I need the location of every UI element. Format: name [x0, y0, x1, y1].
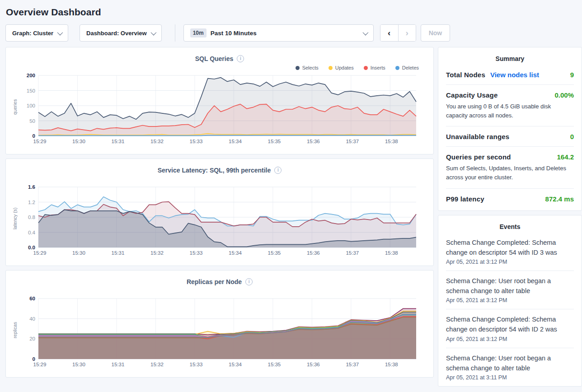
chart-title: Service Latency: SQL, 99th percentile: [158, 167, 271, 174]
legend-item-updates[interactable]: Updates: [329, 65, 354, 70]
time-nav-group: ‹ ›: [380, 24, 416, 42]
time-range-dropdown[interactable]: 10m Past 10 Minutes: [183, 24, 374, 42]
summary-row: Capacity Usage0.00%You are using 0 B of …: [446, 85, 574, 126]
svg-text:15:34: 15:34: [229, 362, 242, 367]
chart-card-replicas-per-node: Replicas per Node i replicas 15:2915:301…: [5, 270, 434, 378]
summary-row: Total NodesView nodes list9: [446, 65, 574, 85]
graph-dropdown[interactable]: Graph: Cluster: [5, 24, 68, 42]
chevron-down-icon: [150, 29, 156, 35]
legend-dot-icon: [329, 66, 333, 70]
summary-row: Unavailable ranges0: [446, 126, 574, 147]
next-time-button[interactable]: ›: [398, 25, 416, 41]
summary-label: Unavailable ranges: [446, 133, 509, 140]
now-button[interactable]: Now: [421, 24, 451, 42]
svg-text:15:36: 15:36: [307, 139, 320, 144]
chevron-down-icon: [362, 29, 368, 35]
svg-text:15:30: 15:30: [72, 139, 85, 144]
replicas-per-node-chart: 15:2915:3015:3115:3215:3315:3415:3515:36…: [19, 296, 420, 371]
svg-text:15:38: 15:38: [385, 139, 398, 144]
prev-time-button[interactable]: ‹: [380, 25, 398, 41]
dashboard-dropdown[interactable]: Dashboard: Overview: [80, 24, 162, 42]
event-message: Schema Change Completed: Schema change o…: [446, 314, 574, 334]
chart-legend-spacer: [10, 174, 429, 185]
legend-label: Selects: [302, 65, 319, 70]
event-timestamp: Apr 05, 2021 at 3:12 PM: [446, 336, 574, 342]
legend-item-inserts[interactable]: Inserts: [364, 65, 385, 70]
svg-text:15:36: 15:36: [307, 250, 320, 256]
svg-text:50: 50: [29, 118, 35, 124]
events-title: Events: [446, 215, 574, 233]
main-content: SQL Queries i SelectsUpdatesInsertsDelet…: [5, 47, 582, 387]
summary-label: Queries per second: [446, 153, 511, 161]
legend-item-deletes[interactable]: Deletes: [395, 65, 419, 70]
svg-text:15:33: 15:33: [190, 250, 203, 256]
summary-panel: Summary Total NodesView nodes list9Capac…: [438, 47, 582, 211]
chart-title: SQL Queries: [195, 55, 234, 62]
svg-text:15:37: 15:37: [346, 250, 359, 256]
event-message: Schema Change: User root began a schema …: [446, 353, 574, 373]
svg-text:15:31: 15:31: [112, 139, 125, 144]
svg-text:15:37: 15:37: [346, 362, 359, 367]
event-timestamp: Apr 05, 2021 at 3:12 PM: [446, 297, 574, 303]
legend-dot-icon: [395, 66, 399, 70]
chart-legend: SelectsUpdatesInsertsDeletes: [10, 62, 429, 73]
svg-text:100: 100: [27, 103, 35, 108]
event-list-item[interactable]: Schema Change: User root began a schema …: [446, 348, 574, 386]
summary-value: 0: [570, 133, 574, 140]
svg-text:15:35: 15:35: [268, 250, 281, 256]
chart-title: Replicas per Node: [187, 278, 242, 285]
legend-dot-icon: [296, 66, 300, 70]
event-list-item[interactable]: Schema Change Completed: Schema change o…: [446, 233, 574, 271]
toolbar: Graph: Cluster Dashboard: Overview 10m P…: [5, 24, 577, 42]
svg-text:15:35: 15:35: [268, 139, 281, 144]
svg-text:0.8: 0.8: [28, 215, 35, 220]
svg-text:15:32: 15:32: [150, 250, 164, 256]
svg-text:15:32: 15:32: [150, 139, 164, 144]
chevron-down-icon: [57, 29, 63, 35]
info-icon[interactable]: i: [237, 55, 244, 62]
time-range-label: Past 10 Minutes: [211, 30, 257, 37]
legend-dot-icon: [364, 66, 368, 70]
svg-text:15:35: 15:35: [268, 362, 281, 367]
event-list-item[interactable]: Schema Change: User root began a schema …: [446, 271, 574, 309]
summary-description: You are using 0 B of 4.5 GiB usable disk…: [446, 102, 574, 120]
summary-value: 872.4 ms: [545, 195, 574, 203]
event-message: Schema Change Completed: Schema change o…: [446, 238, 574, 257]
legend-item-selects[interactable]: Selects: [296, 65, 319, 70]
summary-description: Sum of Selects, Updates, Inserts, and De…: [446, 164, 574, 182]
summary-value: 9: [570, 71, 574, 79]
page-title: Overview Dashboard: [0, 0, 582, 18]
event-timestamp: Apr 05, 2021 at 3:11 PM: [446, 374, 574, 381]
graph-dropdown-label: Graph: Cluster: [12, 30, 53, 37]
svg-text:15:31: 15:31: [112, 250, 125, 256]
svg-text:15:38: 15:38: [385, 362, 398, 367]
y-axis-label: latency (s): [12, 189, 19, 248]
svg-text:0: 0: [33, 133, 35, 139]
summary-title: Summary: [446, 47, 574, 65]
info-icon[interactable]: i: [274, 167, 282, 174]
svg-text:15:29: 15:29: [33, 362, 47, 367]
svg-text:15:30: 15:30: [72, 250, 85, 256]
svg-text:200: 200: [27, 73, 35, 78]
summary-label: Capacity Usage: [446, 91, 498, 99]
svg-text:15:38: 15:38: [385, 250, 398, 256]
summary-row: Queries per second164.2Sum of Selects, U…: [446, 147, 574, 188]
sidebar-column: Summary Total NodesView nodes list9Capac…: [438, 47, 582, 387]
events-panel: Events Schema Change Completed: Schema c…: [438, 215, 582, 387]
toolbar-divider: [175, 24, 175, 42]
chart-card-sql-queries: SQL Queries i SelectsUpdatesInsertsDelet…: [5, 47, 434, 154]
summary-value: 164.2: [557, 153, 574, 161]
time-range-badge: 10m: [190, 28, 207, 37]
sql-queries-chart: 15:2915:3015:3115:3215:3315:3415:3515:36…: [19, 73, 420, 148]
info-icon[interactable]: i: [245, 278, 253, 285]
summary-row: P99 latency872.4 ms: [446, 189, 574, 209]
y-axis-label: queries: [12, 78, 19, 136]
view-nodes-list-link[interactable]: View nodes list: [490, 71, 539, 79]
charts-column: SQL Queries i SelectsUpdatesInsertsDelet…: [5, 47, 434, 378]
svg-text:15:34: 15:34: [229, 139, 242, 144]
svg-text:0.4: 0.4: [28, 230, 36, 235]
event-list-item[interactable]: Schema Change Completed: Schema change o…: [446, 309, 574, 348]
legend-label: Updates: [335, 65, 354, 70]
svg-text:15:36: 15:36: [307, 362, 320, 367]
svg-text:150: 150: [27, 88, 35, 93]
